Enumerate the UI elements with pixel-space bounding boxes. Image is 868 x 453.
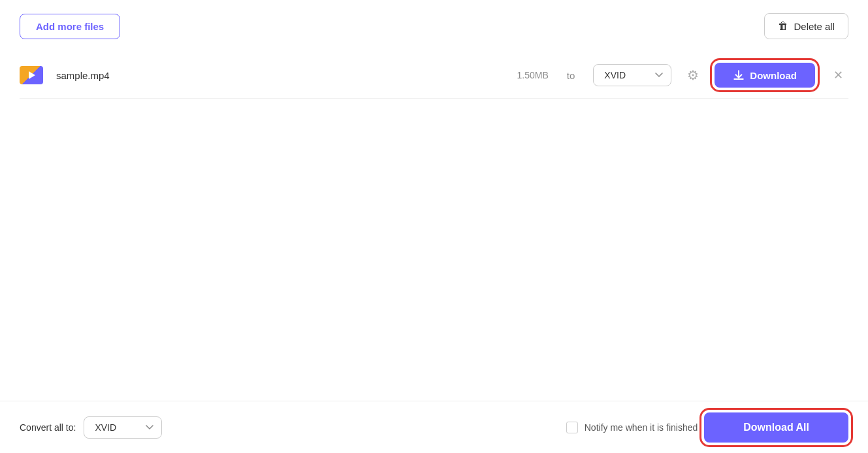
notify-label: Notify me when it is finished <box>585 422 698 433</box>
file-info: sample.mp4 <box>56 70 483 81</box>
download-button[interactable]: Download <box>715 63 815 88</box>
close-file-button[interactable]: ✕ <box>828 65 848 85</box>
download-all-button[interactable]: Download All <box>704 412 848 443</box>
video-icon-graphic <box>20 66 43 84</box>
settings-button[interactable]: ⚙ <box>684 65 701 86</box>
delete-all-button[interactable]: 🗑 Delete all <box>764 13 848 39</box>
file-row: sample.mp4 1.50MB to XVID MP4 AVI MKV MO… <box>20 52 848 99</box>
notify-checkbox[interactable] <box>566 422 578 433</box>
notify-container: Notify me when it is finished Download A… <box>566 412 848 443</box>
main-container: Add more files 🗑 Delete all sample.mp4 1… <box>0 0 868 453</box>
video-file-icon <box>20 63 43 87</box>
content-area <box>20 99 848 453</box>
file-name: sample.mp4 <box>56 70 110 81</box>
download-arrow-icon <box>733 69 745 81</box>
add-more-files-button[interactable]: Add more files <box>20 14 120 39</box>
settings-icon: ⚙ <box>687 67 699 83</box>
to-label: to <box>567 70 575 81</box>
file-size: 1.50MB <box>496 70 549 80</box>
download-label: Download <box>750 70 797 81</box>
bottom-bar: Convert all to: XVID MP4 AVI MKV MOV WMV… <box>0 401 868 453</box>
top-bar: Add more files 🗑 Delete all <box>20 13 848 39</box>
convert-all-select[interactable]: XVID MP4 AVI MKV MOV WMV <box>84 416 162 439</box>
format-select[interactable]: XVID MP4 AVI MKV MOV WMV <box>593 64 671 86</box>
close-icon: ✕ <box>833 69 843 82</box>
play-icon <box>29 71 35 79</box>
trash-icon: 🗑 <box>778 20 788 32</box>
convert-all-container: Convert all to: XVID MP4 AVI MKV MOV WMV <box>20 416 162 439</box>
convert-all-label: Convert all to: <box>20 422 76 433</box>
delete-all-label: Delete all <box>794 21 835 32</box>
